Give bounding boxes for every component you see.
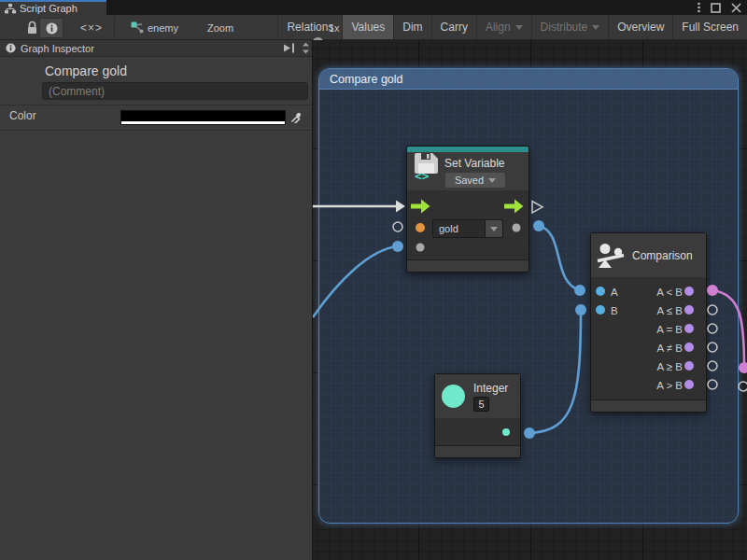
- dropdown-arrow: [485, 220, 502, 237]
- set-variable-header: <> Set Variable Saved: [407, 152, 529, 190]
- color-swatch-alpha-bar: [121, 121, 285, 124]
- dim-button[interactable]: Dim: [393, 15, 430, 39]
- unity-visual-scripting-window: Script Graph <×>: [0, 0, 747, 560]
- output-label: A = B: [656, 324, 683, 335]
- integer-value-input[interactable]: 5: [473, 397, 489, 412]
- save-variable-icon: <>: [414, 152, 439, 181]
- graph-reference-breadcrumb[interactable]: enemy: [148, 22, 178, 34]
- node-comparison[interactable]: Comparison A A < B B A ≤ B A = B A ≠ B: [590, 232, 707, 413]
- comparison-row-a: A A < B: [591, 283, 706, 301]
- distribute-dropdown-button[interactable]: Distribute: [531, 15, 609, 39]
- info-icon: [6, 43, 16, 53]
- group-title: Compare gold: [330, 73, 403, 86]
- maximize-icon[interactable]: [711, 3, 721, 13]
- overview-button[interactable]: Overview: [608, 15, 672, 39]
- graph-title: Compare gold: [45, 63, 127, 78]
- comparison-header: Comparison: [591, 233, 706, 277]
- values-button[interactable]: Values: [342, 15, 393, 39]
- comparison-row-gte: A ≥ B: [591, 357, 706, 376]
- scrub-arrows-icon[interactable]: [302, 42, 310, 54]
- lock-icon[interactable]: [26, 21, 38, 35]
- inspector-header-icons: [283, 40, 310, 56]
- code-view-icon[interactable]: <×>: [80, 21, 103, 35]
- graph-canvas[interactable]: Compare gold <> Set Variable Saved: [313, 40, 747, 560]
- input-a-label: A: [611, 287, 618, 298]
- output-label: A ≤ B: [657, 305, 683, 316]
- comparison-scale-icon: [596, 243, 626, 269]
- toolbar-separator: [114, 17, 115, 37]
- eyedropper-button[interactable]: [288, 109, 304, 125]
- eyedropper-icon: [290, 111, 303, 123]
- unconnected-port[interactable]: [739, 382, 747, 391]
- dropdown-caret-icon: [515, 25, 523, 30]
- comparison-row-not-equal: A ≠ B: [591, 339, 706, 357]
- color-swatch-rgb: [121, 111, 285, 121]
- integer-title: Integer: [473, 382, 508, 395]
- input-b-label: B: [611, 305, 618, 316]
- graph-toolbar: <×> enemy Zoom 1x Relations Values Dim C…: [0, 15, 747, 40]
- toolbar-button-group: Relations Values Dim Carry Align Distrib…: [277, 15, 747, 39]
- info-icon: [46, 22, 58, 35]
- comparison-port-rows: A A < B B A ≤ B A = B A ≠ B A ≥ B A > B: [591, 277, 706, 395]
- node-set-variable[interactable]: <> Set Variable Saved gold: [406, 146, 529, 273]
- color-field-label: Color: [9, 109, 36, 122]
- dropdown-caret-icon: [592, 25, 599, 30]
- graph-inspector-title: Graph Inspector: [21, 43, 94, 54]
- group-header[interactable]: Compare gold: [319, 69, 738, 90]
- set-variable-footer: [407, 259, 529, 272]
- comparison-footer: [591, 399, 706, 412]
- wire-endpoint[interactable]: [739, 362, 747, 373]
- output-label: A < B: [656, 287, 683, 298]
- graph-comment-input[interactable]: [42, 82, 308, 100]
- variable-scope-dropdown[interactable]: Saved: [444, 172, 506, 189]
- node-integer[interactable]: Integer 5: [434, 373, 521, 458]
- inspector-divider: [0, 130, 312, 131]
- output-label: A ≥ B: [657, 361, 683, 372]
- align-dropdown-button[interactable]: Align: [476, 15, 531, 39]
- zoom-label: Zoom: [207, 22, 233, 34]
- output-label: A ≠ B: [657, 343, 683, 354]
- graph-reference-icon: [131, 21, 144, 34]
- relations-button[interactable]: Relations: [277, 15, 342, 39]
- tab-script-graph[interactable]: Script Graph: [0, 0, 106, 15]
- integer-header: Integer 5: [435, 374, 520, 418]
- variable-name-dropdown[interactable]: gold: [432, 219, 503, 238]
- tab-title: Script Graph: [20, 3, 78, 14]
- script-graph-icon: [5, 4, 16, 14]
- inspector-toggle-button[interactable]: [39, 18, 63, 38]
- window-controls: [698, 1, 741, 14]
- comparison-row-b: B A ≤ B: [591, 301, 706, 320]
- svg-text:<>: <>: [415, 169, 430, 181]
- comparison-title: Comparison: [632, 249, 693, 262]
- comparison-row-gt: A > B: [591, 376, 706, 395]
- comparison-row-equal: A = B: [591, 320, 706, 339]
- window-tab-bar: Script Graph: [0, 0, 747, 15]
- dropdown-caret-icon: [488, 178, 496, 183]
- fullscreen-button[interactable]: Full Screen: [672, 15, 747, 39]
- variable-name-value: gold: [433, 220, 485, 237]
- color-swatch[interactable]: [120, 110, 286, 125]
- window-menu-icon[interactable]: [698, 2, 700, 13]
- inspector-divider: [0, 105, 312, 105]
- graph-inspector-header: Graph Inspector: [0, 40, 312, 57]
- set-variable-title: Set Variable: [444, 157, 506, 170]
- integer-footer: [435, 445, 520, 457]
- output-label: A > B: [656, 380, 683, 391]
- close-icon[interactable]: [731, 3, 741, 13]
- graph-inspector-panel: Graph Inspector Compare gold Color: [0, 40, 313, 560]
- dock-panel-icon[interactable]: [283, 43, 296, 53]
- carry-button[interactable]: Carry: [431, 15, 476, 39]
- integer-type-icon: [442, 385, 465, 408]
- dropdown-caret-icon: [490, 227, 498, 231]
